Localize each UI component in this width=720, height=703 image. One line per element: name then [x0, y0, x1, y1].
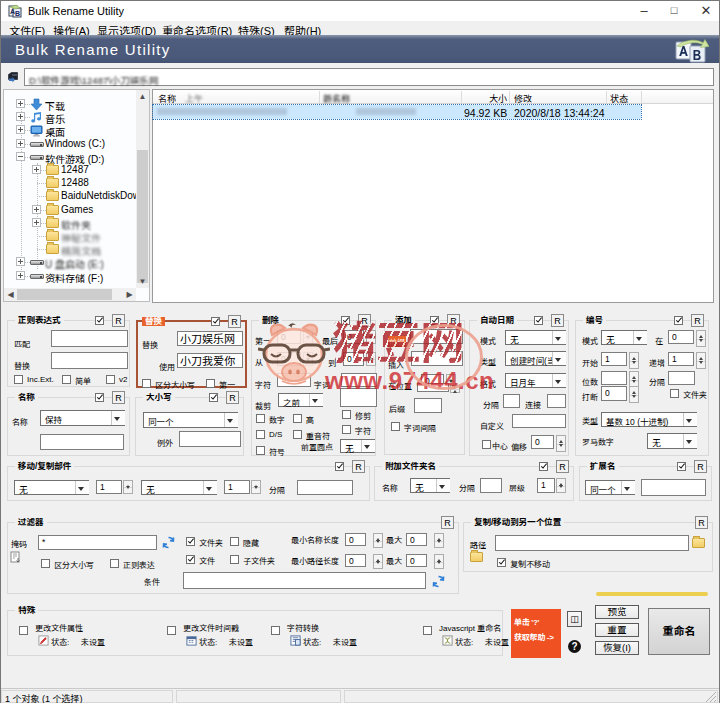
svg-text:B: B — [15, 10, 20, 17]
